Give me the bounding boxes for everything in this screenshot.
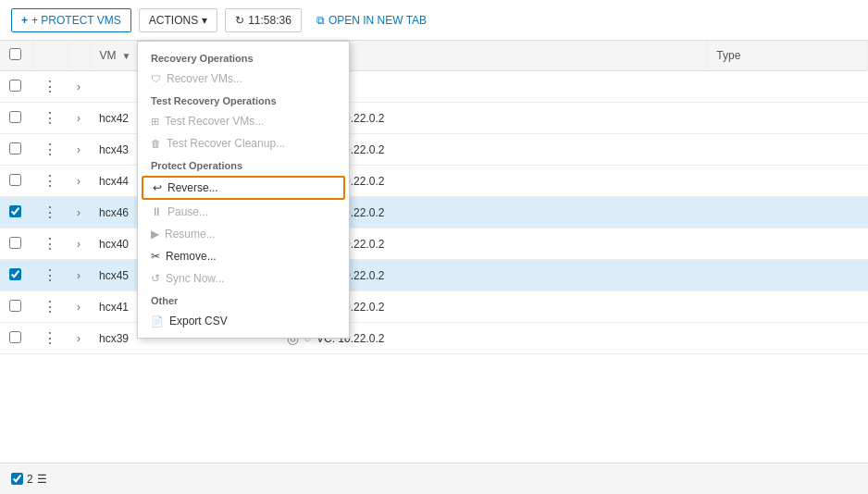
sync-now-label: Sync Now... xyxy=(166,272,224,285)
pause-icon xyxy=(151,205,162,218)
table-row: ⋮ › hcx40 ◉ ○ VC: 10.22.0.2 xyxy=(0,228,868,260)
table-row: ⋮ › xyxy=(0,71,868,103)
sync-now-item[interactable]: Sync Now... xyxy=(138,267,349,290)
row1-type xyxy=(707,71,868,103)
row9-checkbox xyxy=(0,323,33,354)
reverse-item[interactable]: Reverse... xyxy=(142,176,345,200)
table-header: VM ▼ Local Site ▼ Type xyxy=(0,41,868,71)
protect-section-title: Protect Operations xyxy=(138,154,349,175)
resume-item[interactable]: Resume... xyxy=(138,223,349,245)
table-row: ⋮ › hcx43 ◎ ○ VC: 10.22.0.2 xyxy=(0,134,868,166)
row3-expand: › xyxy=(68,134,90,166)
table-row: ⋮ › hcx44 ◎ ○ VC: 10.22.0.2 xyxy=(0,166,868,197)
recover-vms-label: Recover VMs... xyxy=(167,72,242,85)
vm-col-label: VM xyxy=(100,49,117,62)
test-recovery-section-title: Test Recovery Operations xyxy=(138,90,349,110)
row2-type xyxy=(707,103,868,134)
tab-icon xyxy=(316,14,325,27)
reverse-label: Reverse... xyxy=(167,181,218,194)
header-checkbox-col xyxy=(0,41,33,71)
protect-vms-button[interactable]: + PROTECT VMS xyxy=(11,8,131,32)
footer-count-label: 2 xyxy=(27,473,33,486)
row8-dots: ⋮ xyxy=(33,291,68,323)
row3-type xyxy=(707,134,868,166)
row6-type xyxy=(707,228,868,260)
main-content: Recovery Operations Recover VMs... Test … xyxy=(0,41,868,494)
row6-dots: ⋮ xyxy=(33,228,68,260)
row6-expand: › xyxy=(68,228,90,260)
row9-expand: › xyxy=(68,323,90,354)
row1-expand: › xyxy=(68,71,90,103)
test-recover-vms-icon: ⊞ xyxy=(151,116,159,128)
actions-button[interactable]: ACTIONS xyxy=(139,8,217,32)
row2-expand: › xyxy=(68,103,90,134)
actions-label: ACTIONS xyxy=(149,14,198,27)
footer-checkbox[interactable] xyxy=(11,473,23,485)
time-label: 11:58:36 xyxy=(248,14,291,27)
row8-checkbox xyxy=(0,291,33,323)
pause-item[interactable]: Pause... xyxy=(138,201,349,223)
table-row: ⋮ › hcx42 ◎ ○ VC: 10.22.0.2 xyxy=(0,103,868,134)
row1-checkbox xyxy=(0,71,33,103)
resume-label: Resume... xyxy=(165,228,216,241)
type-col-label: Type xyxy=(716,49,740,62)
play-icon xyxy=(151,228,159,241)
row4-dots: ⋮ xyxy=(33,166,68,197)
table-row: ⋮ › hcx39 ◎ ○ VC: 10.22.0.2 xyxy=(0,323,868,354)
table-row: ⋮ › hcx45 ◎ ○ VC: 10.22.0.2 xyxy=(0,260,868,291)
row9-dots: ⋮ xyxy=(33,323,68,354)
recover-vms-item[interactable]: Recover VMs... xyxy=(138,68,349,90)
vm-table: VM ▼ Local Site ▼ Type xyxy=(0,41,868,354)
row4-checkbox xyxy=(0,166,33,197)
test-recover-vms-item[interactable]: ⊞ Test Recover VMs... xyxy=(138,110,349,132)
header-type: Type xyxy=(707,41,868,71)
row8-type xyxy=(707,291,868,323)
row7-dots: ⋮ xyxy=(33,260,68,291)
test-recover-cleanup-label: Test Recover Cleanup... xyxy=(167,137,285,150)
shield-icon xyxy=(151,72,161,85)
reverse-icon xyxy=(153,181,162,194)
toolbar: + PROTECT VMS ACTIONS 11:58:36 OPEN IN N… xyxy=(0,0,868,41)
row5-checkbox xyxy=(0,197,33,228)
row7-expand: › xyxy=(68,260,90,291)
open-tab-label: OPEN IN NEW TAB xyxy=(329,14,427,27)
plus-icon xyxy=(21,14,28,27)
protect-vms-label: + PROTECT VMS xyxy=(31,14,121,27)
vm-table-container: VM ▼ Local Site ▼ Type xyxy=(0,41,868,494)
selected-count: 2 ☰ xyxy=(11,473,47,486)
row5-expand: › xyxy=(68,197,90,228)
test-recover-vms-label: Test Recover VMs... xyxy=(165,115,264,128)
test-recover-cleanup-item[interactable]: 🗑 Test Recover Cleanup... xyxy=(138,132,349,154)
select-all-checkbox[interactable] xyxy=(9,48,21,60)
pause-label: Pause... xyxy=(167,205,208,218)
open-new-tab-button[interactable]: OPEN IN NEW TAB xyxy=(309,9,434,31)
row9-type xyxy=(707,323,868,354)
trash-icon: 🗑 xyxy=(151,138,161,149)
export-csv-label: Export CSV xyxy=(169,315,228,327)
time-display: 11:58:36 xyxy=(225,8,302,32)
row7-type xyxy=(707,260,868,291)
export-csv-item[interactable]: Export CSV xyxy=(138,310,349,332)
header-dots-col xyxy=(33,41,68,71)
remove-label: Remove... xyxy=(166,250,217,263)
row5-dots: ⋮ xyxy=(33,197,68,228)
table-row: ⋮ › hcx46 ◎ ○ VC: 10.22.0.2 xyxy=(0,197,868,228)
remove-item[interactable]: Remove... xyxy=(138,245,349,267)
recovery-section-title: Recovery Operations xyxy=(138,47,349,68)
row1-dots: ⋮ xyxy=(33,71,68,103)
export-icon xyxy=(151,315,164,327)
row4-expand: › xyxy=(68,166,90,197)
row3-checkbox xyxy=(0,134,33,166)
refresh-icon xyxy=(235,14,244,27)
row2-dots: ⋮ xyxy=(33,103,68,134)
chevron-down-icon xyxy=(202,14,207,27)
vm-col-filter-icon[interactable]: ▼ xyxy=(122,51,131,61)
table-row: ⋮ › hcx41 ◉ ○ VC: 10.22.0.2 xyxy=(0,291,868,323)
footer: 2 ☰ xyxy=(0,463,868,494)
row8-expand: › xyxy=(68,291,90,323)
header-expand-col xyxy=(68,41,90,71)
row6-checkbox xyxy=(0,228,33,260)
other-section-title: Other xyxy=(138,290,349,310)
row7-checkbox xyxy=(0,260,33,291)
row3-dots: ⋮ xyxy=(33,134,68,166)
